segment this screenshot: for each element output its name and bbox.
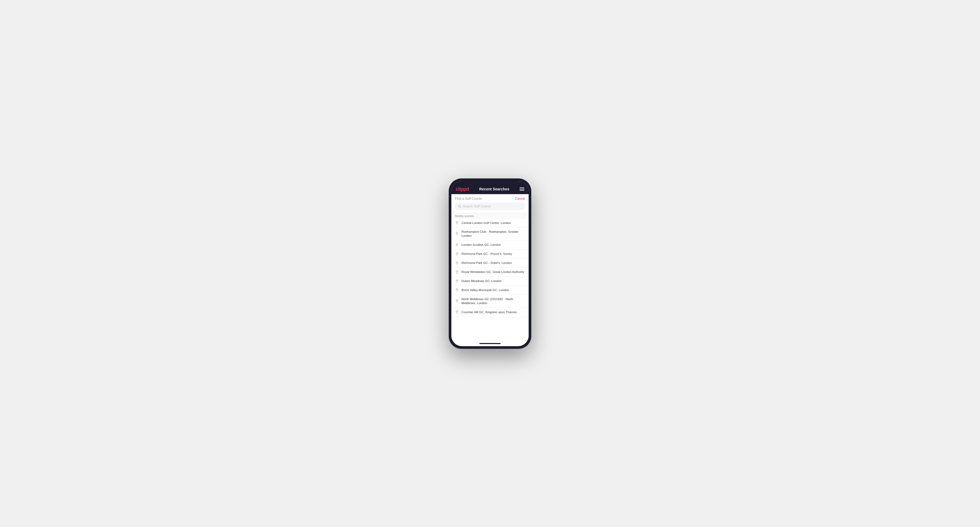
course-list-item[interactable]: Roehampton Club - Roehampton, Greater Lo… [451, 227, 529, 240]
nav-bar: clippd Recent Searches [451, 184, 529, 194]
svg-point-0 [458, 205, 460, 207]
course-list-item[interactable]: Central London Golf Centre, London [451, 219, 529, 228]
course-list: Central London Golf Centre, LondonRoeham… [451, 219, 529, 341]
svg-point-9 [457, 289, 458, 290]
location-pin-icon [455, 261, 459, 265]
course-list-item[interactable]: Royal Wimbledon GC, Great London Authori… [451, 268, 529, 277]
home-bar [479, 343, 501, 344]
svg-point-2 [457, 222, 458, 222]
cancel-button[interactable]: Cancel [515, 197, 525, 200]
location-pin-icon [455, 299, 459, 303]
find-title: Find a Golf Course [455, 197, 482, 200]
phone-screen: clippd Recent Searches Find a Golf Cours… [451, 181, 529, 346]
location-pin-icon [455, 270, 459, 274]
search-box [455, 203, 525, 210]
find-header: Find a Golf Course Cancel [451, 194, 529, 203]
menu-button[interactable] [520, 187, 524, 190]
svg-point-3 [457, 233, 458, 234]
course-name: Roehampton Club - Roehampton, Greater Lo… [461, 230, 525, 238]
phone-device: clippd Recent Searches Find a Golf Cours… [449, 178, 531, 349]
course-list-item[interactable]: Brent Valley Municipal GC, London [451, 286, 529, 295]
search-container [451, 203, 529, 213]
svg-point-11 [457, 311, 458, 312]
course-list-item[interactable]: Richmond Park GC - Duke's, London [451, 259, 529, 268]
location-pin-icon [455, 232, 459, 236]
svg-point-7 [457, 271, 458, 272]
course-list-item[interactable]: North Middlesex GC (1011942 - North Midd… [451, 295, 529, 308]
course-name: Dukes Meadows GC, London [461, 279, 501, 283]
svg-point-6 [457, 262, 458, 263]
course-list-item[interactable]: London Scottish GC, London [451, 240, 529, 249]
course-name: North Middlesex GC (1011942 - North Midd… [461, 297, 525, 305]
location-pin-icon [455, 221, 459, 225]
course-name: London Scottish GC, London [461, 243, 501, 247]
course-name: Brent Valley Municipal GC, London [461, 288, 509, 292]
course-list-item[interactable]: Richmond Park GC - Prince's, Surrey [451, 249, 529, 259]
location-pin-icon [455, 310, 459, 314]
course-name: Royal Wimbledon GC, Great London Authori… [461, 270, 524, 274]
course-name: Richmond Park GC - Prince's, Surrey [461, 252, 512, 256]
course-list-item[interactable]: Coombe Hill GC, Kingston upon Thames [451, 308, 529, 317]
search-input[interactable] [463, 205, 522, 208]
location-pin-icon [455, 252, 459, 256]
location-pin-icon [455, 243, 459, 247]
course-name: Central London Golf Centre, London [461, 221, 511, 225]
location-pin-icon [455, 288, 459, 292]
home-indicator [451, 341, 529, 346]
nearby-label: Nearby courses [451, 213, 529, 219]
app-logo: clippd [456, 186, 469, 192]
course-name: Richmond Park GC - Duke's, London [461, 261, 512, 265]
svg-line-1 [460, 207, 461, 208]
course-list-item[interactable]: Dukes Meadows GC, London [451, 277, 529, 286]
svg-point-8 [457, 280, 458, 281]
svg-point-10 [457, 300, 458, 301]
svg-point-4 [457, 244, 458, 245]
status-bar [451, 181, 529, 184]
svg-point-5 [457, 253, 458, 254]
course-name: Coombe Hill GC, Kingston upon Thames [461, 310, 517, 314]
content-area: Find a Golf Course Cancel Nearby courses… [451, 194, 529, 341]
nav-title: Recent Searches [479, 187, 509, 191]
search-icon [458, 205, 461, 208]
location-pin-icon [455, 279, 459, 283]
